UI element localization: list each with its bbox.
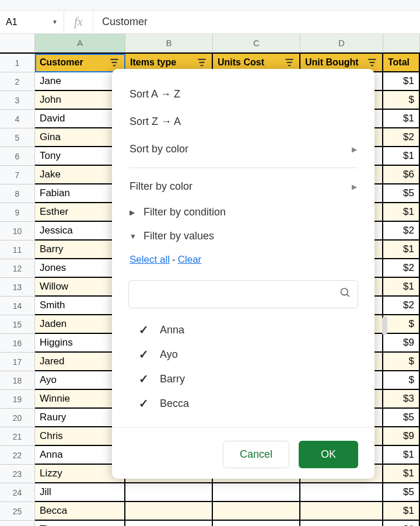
row-header[interactable]: 10 bbox=[0, 222, 35, 241]
header-customer[interactable]: Customer bbox=[35, 54, 125, 72]
cell[interactable] bbox=[213, 521, 300, 526]
cell-total[interactable]: $2 bbox=[383, 259, 420, 278]
cell-total[interactable]: $9 bbox=[383, 427, 420, 446]
row-header[interactable]: 2 bbox=[0, 72, 35, 91]
row-header[interactable]: 11 bbox=[0, 241, 35, 259]
col-header-e[interactable] bbox=[383, 34, 420, 53]
row-header[interactable]: 4 bbox=[0, 110, 35, 128]
row-header[interactable]: 23 bbox=[0, 465, 35, 483]
row-header[interactable]: 3 bbox=[0, 91, 35, 110]
col-header-d[interactable]: D bbox=[300, 34, 383, 53]
col-header-a[interactable]: A bbox=[35, 34, 125, 53]
cell-customer[interactable]: Tina bbox=[35, 521, 125, 526]
cell-total[interactable]: $1 bbox=[383, 241, 420, 259]
cell-customer[interactable]: Jill bbox=[35, 483, 125, 502]
row-header[interactable]: 24 bbox=[0, 483, 35, 502]
sort-az[interactable]: Sort A → Z bbox=[112, 81, 374, 108]
cell-total[interactable]: $ bbox=[383, 315, 420, 334]
cell-total[interactable]: $1 bbox=[383, 446, 420, 465]
triangle-down-icon: ▼ bbox=[130, 232, 136, 241]
formula-input[interactable] bbox=[93, 11, 420, 33]
cell-total[interactable]: $ bbox=[383, 353, 420, 371]
cell-total[interactable]: $1 bbox=[383, 147, 420, 166]
table-row: 26Tina$1 bbox=[0, 521, 420, 526]
cell-total[interactable]: $1 bbox=[383, 502, 420, 521]
row-header[interactable]: 17 bbox=[0, 353, 35, 371]
cell-total[interactable]: $ bbox=[383, 91, 420, 110]
cell-total[interactable]: $6 bbox=[383, 166, 420, 184]
cell-total[interactable]: $9 bbox=[383, 334, 420, 353]
row-header[interactable]: 9 bbox=[0, 203, 35, 222]
cell-total[interactable]: $3 bbox=[383, 390, 420, 409]
svg-point-0 bbox=[341, 288, 348, 295]
cell[interactable] bbox=[300, 502, 383, 521]
cell-total[interactable]: $2 bbox=[383, 222, 420, 241]
cell[interactable] bbox=[213, 502, 300, 521]
row-header[interactable]: 6 bbox=[0, 147, 35, 166]
filter-value-item[interactable]: ✓Becca bbox=[139, 391, 358, 416]
filter-search-input[interactable] bbox=[128, 280, 358, 308]
filter-value-item[interactable]: ✓Ayo bbox=[139, 342, 358, 367]
row-header[interactable]: 5 bbox=[0, 128, 35, 147]
cell-total[interactable]: $1 bbox=[383, 110, 420, 128]
col-header-b[interactable]: B bbox=[125, 34, 213, 53]
cell[interactable] bbox=[300, 483, 383, 502]
cell-total[interactable]: $1 bbox=[383, 72, 420, 91]
cell-total[interactable]: $5 bbox=[383, 409, 420, 427]
filter-value-item[interactable]: ✓Anna bbox=[139, 318, 358, 342]
cell[interactable] bbox=[213, 483, 300, 502]
header-label: Items type bbox=[130, 57, 176, 68]
row-header[interactable]: 7 bbox=[0, 166, 35, 184]
row-header[interactable]: 18 bbox=[0, 371, 35, 390]
row-header[interactable]: 14 bbox=[0, 297, 35, 315]
row-header[interactable]: 1 bbox=[0, 54, 35, 72]
cell-total[interactable]: $2 bbox=[383, 128, 420, 147]
cell-total[interactable]: $5 bbox=[383, 184, 420, 203]
row-header[interactable]: 16 bbox=[0, 334, 35, 353]
cell-total[interactable]: $5 bbox=[383, 483, 420, 502]
filter-by-condition[interactable]: ▶ Filter by condition bbox=[112, 200, 374, 224]
row-header[interactable]: 26 bbox=[0, 521, 35, 526]
cell-total[interactable]: $1 bbox=[383, 278, 420, 297]
row-header[interactable]: 22 bbox=[0, 446, 35, 465]
col-header-c[interactable]: C bbox=[213, 34, 300, 53]
row-header[interactable]: 21 bbox=[0, 427, 35, 446]
cell[interactable] bbox=[125, 502, 213, 521]
cell-total[interactable]: $1 bbox=[383, 521, 420, 526]
name-box[interactable]: A1 ▼ bbox=[0, 11, 64, 33]
cancel-button[interactable]: Cancel bbox=[223, 441, 289, 468]
filter-icon[interactable] bbox=[367, 57, 377, 68]
filter-by-color[interactable]: Filter by color ▶ bbox=[112, 173, 374, 200]
cell[interactable] bbox=[125, 521, 213, 526]
filter-by-values[interactable]: ▼ Filter by values bbox=[112, 224, 374, 248]
menu-divider bbox=[130, 168, 357, 168]
scrollbar-thumb[interactable] bbox=[382, 316, 387, 335]
filter-icon[interactable] bbox=[284, 57, 295, 68]
cell-total[interactable]: $1 bbox=[383, 465, 420, 483]
select-all-link[interactable]: Select all bbox=[130, 254, 170, 265]
filter-value-item[interactable]: ✓Barry bbox=[139, 367, 358, 391]
clear-link[interactable]: Clear bbox=[178, 254, 202, 265]
row-header[interactable]: 25 bbox=[0, 502, 35, 521]
row-header[interactable]: 13 bbox=[0, 278, 35, 297]
header-label: Units Cost bbox=[218, 57, 264, 68]
cell[interactable] bbox=[300, 521, 383, 526]
cell-total[interactable]: $ bbox=[383, 371, 420, 390]
cell-total[interactable]: $2 bbox=[383, 297, 420, 315]
row-header[interactable]: 15 bbox=[0, 315, 35, 334]
filter-icon[interactable] bbox=[197, 57, 207, 68]
cell-total[interactable]: $1 bbox=[383, 203, 420, 222]
chevron-down-icon: ▼ bbox=[52, 19, 58, 25]
filter-icon[interactable] bbox=[109, 57, 120, 68]
header-total[interactable]: Total bbox=[383, 54, 420, 72]
cell[interactable] bbox=[125, 483, 213, 502]
ok-button[interactable]: OK bbox=[299, 441, 358, 468]
row-header[interactable]: 19 bbox=[0, 390, 35, 409]
row-header[interactable]: 20 bbox=[0, 409, 35, 427]
select-all-corner[interactable] bbox=[0, 34, 35, 53]
sort-za[interactable]: Sort Z → A bbox=[112, 108, 374, 135]
cell-customer[interactable]: Becca bbox=[35, 502, 125, 521]
sort-by-color[interactable]: Sort by color ▶ bbox=[112, 135, 374, 163]
row-header[interactable]: 8 bbox=[0, 184, 35, 203]
row-header[interactable]: 12 bbox=[0, 259, 35, 278]
